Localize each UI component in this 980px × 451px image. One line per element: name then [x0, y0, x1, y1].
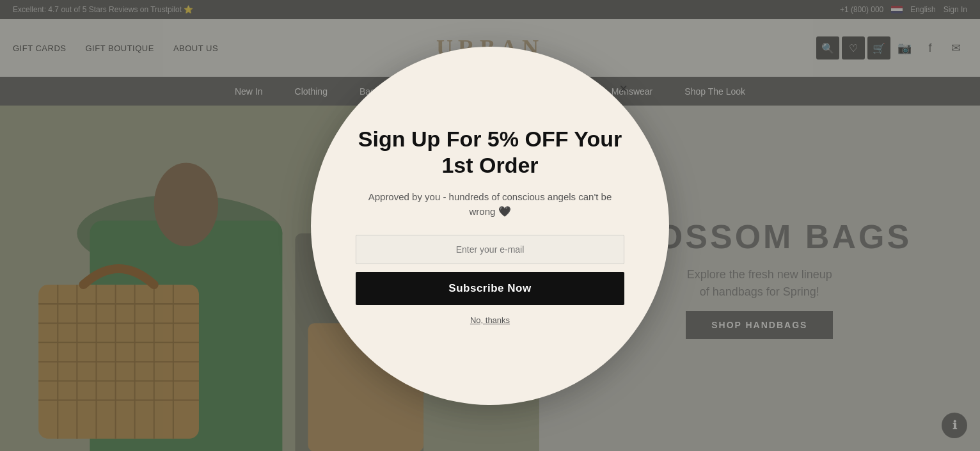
modal-overlay: × Sign Up For 5% OFF Your 1st Order Appr… — [0, 0, 980, 451]
heart-icon: 🖤 — [498, 206, 511, 217]
subscribe-button[interactable]: Subscribe Now — [356, 272, 624, 305]
email-input[interactable] — [356, 235, 624, 264]
signup-modal: × Sign Up For 5% OFF Your 1st Order Appr… — [311, 47, 669, 405]
no-thanks-button[interactable]: No, thanks — [470, 315, 510, 325]
modal-subtitle: Approved by you - hundreds of conscious … — [356, 190, 624, 220]
modal-close-button[interactable]: × — [619, 82, 628, 96]
modal-title: Sign Up For 5% OFF Your 1st Order — [356, 126, 624, 178]
